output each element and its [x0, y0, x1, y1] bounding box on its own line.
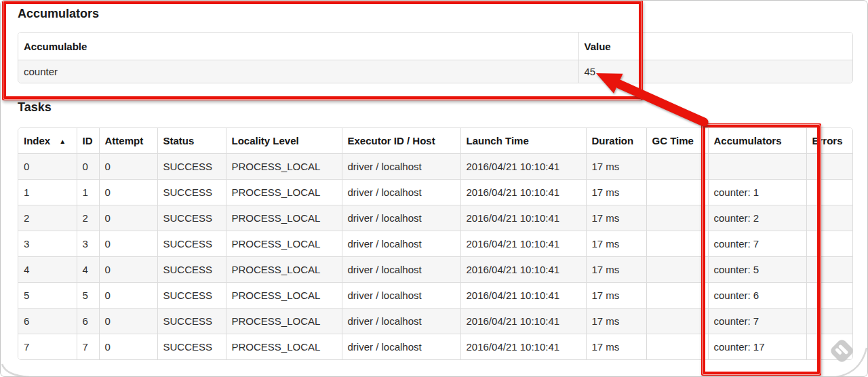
column-header-executor-id-host[interactable]: Executor ID / Host	[342, 128, 460, 154]
cell: 2016/04/21 10:10:41	[460, 154, 586, 180]
column-header-duration[interactable]: Duration	[586, 128, 646, 154]
cell: 5	[18, 283, 77, 309]
table-row: 440SUCCESSPROCESS_LOCALdriver / localhos…	[18, 257, 853, 283]
cell: 1	[18, 180, 77, 205]
tasks-table: Index▲IDAttemptStatusLocality LevelExecu…	[18, 127, 853, 360]
cell: 5	[77, 283, 99, 309]
column-header-accumulable[interactable]: Accumulable	[18, 33, 578, 60]
cell: 0	[99, 180, 157, 205]
column-header-launch-time[interactable]: Launch Time	[460, 128, 586, 154]
cell: 2016/04/21 10:10:41	[460, 283, 586, 309]
cell: 0	[99, 309, 157, 334]
cell: 0	[99, 334, 157, 360]
column-header-locality-level[interactable]: Locality Level	[226, 128, 342, 154]
column-header-value[interactable]: Value	[578, 33, 852, 60]
accumulators-table: AccumulableValue counter45	[18, 32, 853, 83]
cell: 1	[77, 180, 99, 205]
cell: SUCCESS	[157, 283, 226, 309]
cell	[806, 154, 853, 180]
accumulators-table-header-row: AccumulableValue	[18, 33, 852, 60]
cell: SUCCESS	[157, 231, 226, 257]
cell: driver / localhost	[342, 231, 460, 257]
cell: 7	[18, 334, 77, 360]
cell: 0	[77, 154, 99, 180]
cell: 3	[18, 231, 77, 257]
sort-ascending-icon: ▲	[59, 138, 66, 145]
cell: PROCESS_LOCAL	[226, 283, 342, 309]
tasks-section-title: Tasks	[18, 100, 52, 115]
cell	[646, 283, 708, 309]
cell: counter: 7	[708, 309, 806, 334]
cell: 17 ms	[586, 309, 646, 334]
column-header-gc-time[interactable]: GC Time	[646, 128, 708, 154]
cell	[646, 154, 708, 180]
spark-stage-page: Accumulators AccumulableValue counter45 …	[0, 0, 868, 377]
cell: PROCESS_LOCAL	[226, 257, 342, 283]
cell: counter	[18, 60, 578, 83]
cell: 4	[77, 257, 99, 283]
cell: SUCCESS	[157, 205, 226, 231]
cell	[646, 180, 708, 205]
cell: 0	[99, 283, 157, 309]
cell: driver / localhost	[342, 205, 460, 231]
cell: PROCESS_LOCAL	[226, 334, 342, 360]
cell: PROCESS_LOCAL	[226, 154, 342, 180]
tasks-table-header-row: Index▲IDAttemptStatusLocality LevelExecu…	[18, 128, 853, 154]
cell	[646, 231, 708, 257]
cell: 6	[18, 309, 77, 334]
column-header-id[interactable]: ID	[77, 128, 99, 154]
cell	[806, 180, 853, 205]
cell: driver / localhost	[342, 283, 460, 309]
column-header-status[interactable]: Status	[157, 128, 226, 154]
cell: 4	[18, 257, 77, 283]
column-header-index[interactable]: Index▲	[18, 128, 77, 154]
cell: 0	[99, 257, 157, 283]
cell: 2	[18, 205, 77, 231]
cell: SUCCESS	[157, 334, 226, 360]
cell: counter: 5	[708, 257, 806, 283]
cell	[806, 205, 853, 231]
cell: counter: 2	[708, 205, 806, 231]
cell: 17 ms	[586, 205, 646, 231]
cell: driver / localhost	[342, 180, 460, 205]
table-row: 660SUCCESSPROCESS_LOCALdriver / localhos…	[18, 309, 853, 334]
table-row: 330SUCCESSPROCESS_LOCALdriver / localhos…	[18, 231, 853, 257]
cell: 2	[77, 205, 99, 231]
cell	[646, 205, 708, 231]
cell: PROCESS_LOCAL	[226, 231, 342, 257]
column-header-attempt[interactable]: Attempt	[99, 128, 157, 154]
cell: counter: 1	[708, 180, 806, 205]
cell: PROCESS_LOCAL	[226, 180, 342, 205]
cell: 0	[99, 231, 157, 257]
cell: 2016/04/21 10:10:41	[460, 205, 586, 231]
cell: counter: 6	[708, 283, 806, 309]
column-header-errors[interactable]: Errors	[806, 128, 853, 154]
cell: 2016/04/21 10:10:41	[460, 257, 586, 283]
table-row: 550SUCCESSPROCESS_LOCALdriver / localhos…	[18, 283, 853, 309]
cell: 0	[18, 154, 77, 180]
cell: 0	[99, 154, 157, 180]
cell: 45	[578, 60, 852, 83]
accumulators-section-title: Accumulators	[18, 7, 99, 21]
cell: 2016/04/21 10:10:41	[460, 334, 586, 360]
table-row: 110SUCCESSPROCESS_LOCALdriver / localhos…	[18, 180, 853, 205]
cell: SUCCESS	[157, 309, 226, 334]
cell: SUCCESS	[157, 257, 226, 283]
cell: driver / localhost	[342, 309, 460, 334]
cell: 2016/04/21 10:10:41	[460, 180, 586, 205]
cell: counter: 7	[708, 231, 806, 257]
column-header-accumulators[interactable]: Accumulators	[708, 128, 806, 154]
table-row: 770SUCCESSPROCESS_LOCALdriver / localhos…	[18, 334, 853, 360]
cell: SUCCESS	[157, 154, 226, 180]
cell	[708, 154, 806, 180]
cell: 17 ms	[586, 154, 646, 180]
cell	[646, 257, 708, 283]
cell: 6	[77, 309, 99, 334]
cell	[646, 309, 708, 334]
cell: 0	[99, 205, 157, 231]
cell	[806, 231, 853, 257]
cell: SUCCESS	[157, 180, 226, 205]
cell: PROCESS_LOCAL	[226, 309, 342, 334]
cell: counter: 17	[708, 334, 806, 360]
cell	[806, 309, 853, 334]
